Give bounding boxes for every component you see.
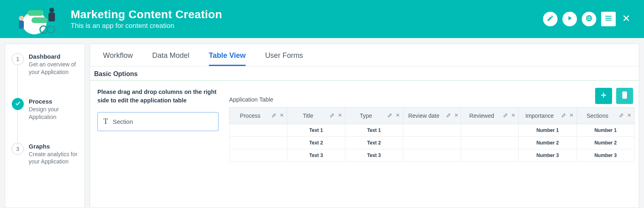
step-title: Graphs bbox=[29, 143, 78, 150]
column-label: Importance bbox=[526, 112, 554, 119]
globe-icon bbox=[585, 15, 593, 23]
edit-column-icon[interactable] bbox=[271, 112, 277, 119]
table-cell[interactable] bbox=[461, 124, 519, 137]
step-process[interactable]: Process Design your Application bbox=[12, 98, 78, 143]
check-icon bbox=[15, 100, 21, 108]
column-header[interactable]: Sections bbox=[577, 108, 634, 124]
step-bullet-3: 3 bbox=[12, 143, 24, 155]
table-cell[interactable]: Text 3 bbox=[345, 149, 403, 162]
table-cell[interactable] bbox=[229, 149, 287, 162]
table-cell[interactable]: Number 1 bbox=[577, 124, 634, 137]
body: Please drag and drop columns on the righ… bbox=[90, 81, 639, 166]
tab-table-view[interactable]: Table View bbox=[209, 44, 246, 66]
table-actions bbox=[595, 88, 633, 104]
play-icon bbox=[566, 15, 573, 23]
table-cell[interactable]: Text 1 bbox=[287, 124, 345, 137]
column-header[interactable]: Reviewed bbox=[461, 108, 519, 124]
table-cell[interactable]: Text 3 bbox=[287, 149, 345, 162]
mobile-icon bbox=[622, 91, 627, 101]
table-cell[interactable] bbox=[403, 149, 461, 162]
app-subtitle: This is an app for content creation bbox=[71, 22, 543, 30]
table-cell[interactable] bbox=[403, 137, 461, 149]
table-cell[interactable]: Text 1 bbox=[345, 124, 403, 137]
drag-item-label: Section bbox=[113, 118, 133, 125]
mobile-view-button[interactable] bbox=[616, 88, 633, 104]
close-icon bbox=[622, 14, 631, 24]
table-cell[interactable]: Number 1 bbox=[519, 124, 577, 137]
svg-rect-4 bbox=[19, 21, 24, 29]
edit-column-icon[interactable] bbox=[387, 112, 393, 119]
column-header[interactable]: Process bbox=[229, 108, 287, 124]
header-titles: Marketing Content Creation This is an ap… bbox=[71, 8, 543, 30]
table-cell[interactable] bbox=[403, 124, 461, 137]
svg-point-5 bbox=[49, 8, 54, 13]
step-dashboard[interactable]: 1 Dashboard Get an overview of your Appl… bbox=[12, 53, 78, 98]
drag-item-section[interactable]: T Section bbox=[97, 112, 219, 131]
step-bullet-1: 1 bbox=[12, 53, 24, 65]
svg-rect-11 bbox=[606, 20, 612, 21]
table-cell[interactable]: Number 2 bbox=[577, 137, 634, 149]
svg-rect-6 bbox=[48, 13, 55, 21]
close-button[interactable] bbox=[621, 13, 632, 25]
column-header[interactable]: Title bbox=[287, 108, 345, 124]
header-actions bbox=[543, 12, 632, 26]
svg-rect-2 bbox=[32, 17, 48, 23]
column-label: Type bbox=[360, 112, 372, 119]
section-title: Basic Options bbox=[90, 66, 639, 81]
instructions: Please drag and drop columns on the righ… bbox=[97, 88, 219, 105]
remove-column-icon[interactable] bbox=[279, 112, 284, 119]
remove-column-icon[interactable] bbox=[511, 112, 516, 119]
column-header[interactable]: Type bbox=[345, 108, 403, 124]
table-cell[interactable]: Text 2 bbox=[345, 137, 403, 149]
remove-column-icon[interactable] bbox=[454, 112, 459, 119]
text-type-icon: T bbox=[103, 117, 108, 126]
column-label: Reviewed bbox=[469, 112, 494, 119]
edit-column-icon[interactable] bbox=[619, 112, 624, 119]
play-button[interactable] bbox=[562, 12, 577, 26]
table-row: Text 2Text 2Number 2Number 2 bbox=[229, 137, 635, 149]
table-cell[interactable]: Text 2 bbox=[287, 137, 345, 149]
column-label: Sections bbox=[587, 112, 608, 119]
tab-data-model[interactable]: Data Model bbox=[152, 44, 189, 66]
step-bullet-2 bbox=[12, 98, 24, 110]
tab-workflow[interactable]: Workflow bbox=[103, 44, 133, 66]
edit-column-icon[interactable] bbox=[503, 112, 508, 119]
column-label: Process bbox=[240, 112, 261, 119]
column-header[interactable]: Importance bbox=[519, 108, 577, 124]
table-cell[interactable] bbox=[229, 137, 287, 149]
application-table: ProcessTitleTypeReview dateReviewedImpor… bbox=[229, 107, 635, 162]
menu-button[interactable] bbox=[601, 12, 616, 26]
edit-column-icon[interactable] bbox=[446, 112, 451, 119]
edit-column-icon[interactable] bbox=[330, 112, 335, 119]
edit-column-icon[interactable] bbox=[561, 112, 566, 119]
edit-button[interactable] bbox=[543, 12, 558, 26]
remove-column-icon[interactable] bbox=[337, 112, 343, 119]
column-header[interactable]: Review date bbox=[403, 108, 461, 124]
step-title: Dashboard bbox=[29, 53, 78, 60]
sidebar: 1 Dashboard Get an overview of your Appl… bbox=[5, 44, 85, 208]
table-title: Application Table bbox=[229, 89, 273, 103]
table-cell[interactable]: Number 2 bbox=[519, 137, 577, 149]
table-area: Application Table bbox=[229, 88, 635, 162]
step-desc: Get an overview of your Application bbox=[29, 61, 78, 76]
step-title: Process bbox=[29, 98, 78, 105]
step-desc: Design your Application bbox=[29, 106, 78, 121]
step-graphs[interactable]: 3 Graphs Create analytics for your Appli… bbox=[12, 143, 78, 166]
app-title: Marketing Content Creation bbox=[71, 8, 543, 21]
tab-user-forms[interactable]: User Forms bbox=[265, 44, 303, 66]
globe-button[interactable] bbox=[582, 12, 596, 26]
remove-column-icon[interactable] bbox=[627, 112, 632, 119]
left-panel: Please drag and drop columns on the righ… bbox=[97, 88, 219, 162]
table-cell[interactable] bbox=[229, 124, 287, 137]
remove-column-icon[interactable] bbox=[569, 112, 574, 119]
app-header: Marketing Content Creation This is an ap… bbox=[0, 0, 644, 38]
table-cell[interactable] bbox=[461, 137, 519, 149]
remove-column-icon[interactable] bbox=[395, 112, 400, 119]
table-row: Text 3Text 3Number 3Number 3 bbox=[229, 149, 635, 162]
table-cell[interactable]: Number 3 bbox=[577, 149, 634, 162]
svg-rect-10 bbox=[606, 18, 612, 19]
table-cell[interactable]: Number 3 bbox=[519, 149, 577, 162]
add-column-button[interactable] bbox=[595, 88, 612, 104]
table-cell[interactable] bbox=[461, 149, 519, 162]
svg-point-8 bbox=[47, 26, 55, 33]
